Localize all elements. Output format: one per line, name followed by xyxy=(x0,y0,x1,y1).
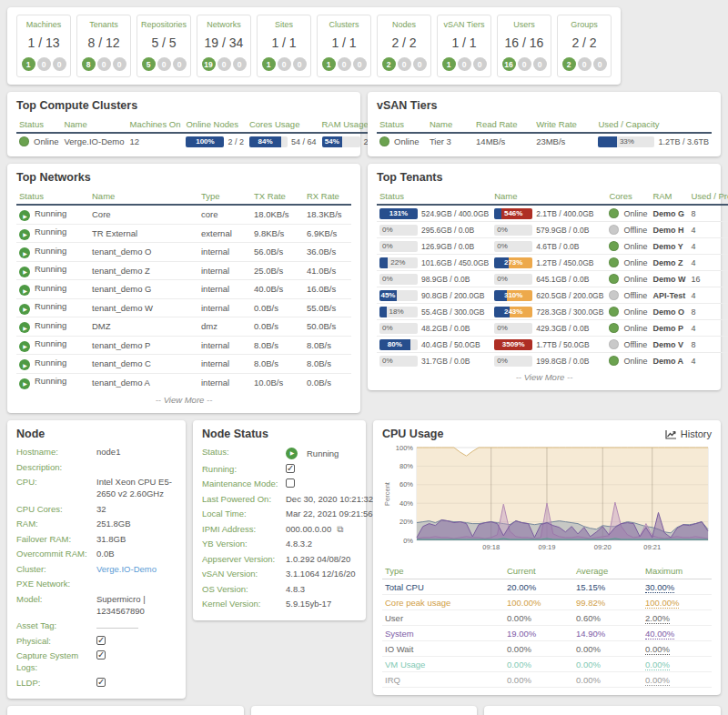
table-row[interactable]: IO Wait0.00%0.00%0.00% xyxy=(382,641,712,657)
count-badge[interactable]: 5 xyxy=(142,57,156,71)
stat-card-machines[interactable]: Machines1 / 13100 xyxy=(16,15,71,77)
count-badge[interactable]: 0 xyxy=(578,57,592,71)
table-row[interactable]: ▶Runningtenant_demo Cinternal8.0B/s8.0B/… xyxy=(16,355,351,374)
stat-card-networks[interactable]: Networks19 / 341900 xyxy=(197,15,251,77)
count-badge[interactable]: 0 xyxy=(293,57,307,71)
status-text: Running xyxy=(35,358,66,368)
tx-rate: 8.0B/s xyxy=(251,355,304,374)
table-row[interactable]: IRQ0.00%0.00%0.00% xyxy=(382,672,712,688)
count-badge[interactable]: 0 xyxy=(518,57,531,71)
table-row[interactable]: 18%55.4GB / 300.0GB243%728.3GB / 300.0GB… xyxy=(377,304,728,320)
network-name: tenant_demo O xyxy=(89,243,198,262)
count-badge[interactable]: 19 xyxy=(202,57,216,71)
count-badge[interactable]: 2 xyxy=(562,57,576,71)
status-badges: 1900 xyxy=(199,57,248,71)
history-label: History xyxy=(681,428,712,439)
view-more-link[interactable]: -- View More -- xyxy=(16,391,351,406)
field-row: CPU:Intel Xeon CPU E5-2650 v2 2.60GHz xyxy=(16,476,177,499)
table-row[interactable]: 45%90.8GB / 200.0GB310%620.5GB / 200.0GB… xyxy=(377,287,728,304)
checkbox-checked[interactable] xyxy=(286,464,295,473)
count-badge[interactable]: 1 xyxy=(22,57,35,71)
count-badge[interactable]: 8 xyxy=(82,57,96,71)
count-badge[interactable]: 0 xyxy=(157,57,171,71)
table-row[interactable]: ▶RunningCorecore18.0KB/s18.3KB/s xyxy=(16,205,351,224)
stat-card-vsan-tiers[interactable]: vSAN Tiers1 / 1100 xyxy=(437,15,491,77)
count-badge[interactable]: 0 xyxy=(233,57,247,71)
tenant-name: Demo Z xyxy=(650,255,688,271)
table-row[interactable]: ▶Runningtenant_demo Zinternal25.0B/s41.0… xyxy=(16,261,351,280)
count-badge[interactable]: 0 xyxy=(353,57,367,71)
tenant-name: Demo G xyxy=(650,205,688,222)
count-badge[interactable]: 1 xyxy=(262,57,276,71)
table-row[interactable]: System19.00%14.90%40.00% xyxy=(382,626,712,641)
table-row[interactable]: Online Tier 3 14MB/s 23MB/s 33%1.2TB / 3… xyxy=(377,133,712,149)
count-badge[interactable]: 16 xyxy=(502,57,516,71)
table-row[interactable]: 80%40.4GB / 50.0GB3509%1.7TB / 50.0GBOff… xyxy=(377,337,728,353)
field-label: Hostname: xyxy=(16,446,96,458)
column-header: Type xyxy=(198,189,251,205)
table-row[interactable]: 131%524.9GB / 400.0GB546%2.1TB / 400.0GB… xyxy=(377,205,728,222)
tenant-name: Demo W xyxy=(650,271,688,287)
stat-card-nodes[interactable]: Nodes2 / 2200 xyxy=(377,15,431,77)
table-row[interactable]: VM Usage0.00%0.00%0.00% xyxy=(382,657,712,672)
bar-cell: 0%126.9GB / 0.0B xyxy=(379,241,489,252)
table-row[interactable]: 0%31.7GB / 0.0B0%199.8GB / 0.0BOnlineDem… xyxy=(377,353,728,369)
table-row[interactable]: 0%98.9GB / 0.0B0%645.1GB / 0.0BOnlineDem… xyxy=(377,271,728,287)
vsan-tiers-panel: vSAN Tiers Status Name Read Rate Write R… xyxy=(368,92,721,156)
count-badge[interactable]: 1 xyxy=(322,57,336,71)
count-badge[interactable]: 0 xyxy=(173,57,187,71)
bar-label: 0% xyxy=(382,274,393,285)
count-badge[interactable]: 0 xyxy=(473,57,487,71)
table-row[interactable]: Core peak usage100.00%99.82%100.00% xyxy=(382,595,712,610)
count-badge[interactable]: 0 xyxy=(97,57,111,71)
bar-segment xyxy=(598,136,616,147)
count-badge[interactable]: 0 xyxy=(593,57,607,71)
table-row[interactable]: User0.00%0.60%2.00% xyxy=(382,610,712,626)
history-button[interactable]: History xyxy=(665,428,712,439)
count-badge[interactable]: 0 xyxy=(37,57,51,71)
stat-label: Sites xyxy=(259,20,308,29)
field-label: OS Version: xyxy=(202,583,286,595)
column-header: Status xyxy=(377,189,491,205)
stat-card-sites[interactable]: Sites1 / 1100 xyxy=(257,15,311,77)
tenant-status: Online xyxy=(606,304,650,320)
count-badge[interactable]: 1 xyxy=(442,57,456,71)
field-link[interactable]: Verge.IO-Demo xyxy=(96,564,157,574)
table-row[interactable]: ▶Runningtenant_demo Ainternal10.0B/s0.0B… xyxy=(16,373,351,391)
stat-card-users[interactable]: Users16 / 161600 xyxy=(497,15,551,77)
count-badge[interactable]: 0 xyxy=(533,57,547,71)
count-badge[interactable]: 2 xyxy=(382,57,396,71)
table-row[interactable]: 0%48.2GB / 0.0B0%429.3GB / 0.0BOnlineDem… xyxy=(377,320,728,337)
table-row[interactable]: 0%295.6GB / 0.0B0%579.9GB / 0.0BOfflineD… xyxy=(377,222,728,238)
stat-card-groups[interactable]: Groups2 / 2200 xyxy=(557,15,612,77)
checkbox-checked[interactable] xyxy=(96,678,106,687)
copy-icon[interactable]: ⧉ xyxy=(337,524,343,534)
count-badge[interactable]: 0 xyxy=(278,57,291,71)
table-row[interactable]: 0%126.9GB / 0.0B0%4.6TB / 0.0BOnlineDemo… xyxy=(377,238,728,255)
view-more-link[interactable]: -- View More -- xyxy=(377,368,712,383)
checkbox-checked[interactable] xyxy=(96,650,106,660)
stat-card-tenants[interactable]: Tenants8 / 12800 xyxy=(76,15,131,77)
table-row[interactable]: ▶Runningtenant_demo Ginternal40.0B/s16.0… xyxy=(16,280,351,299)
table-row[interactable]: ▶Runningtenant_demo Pinternal8.0B/s8.0B/… xyxy=(16,336,351,355)
stat-card-repositories[interactable]: Repositories5 / 5500 xyxy=(136,15,191,77)
running-icon: ▶ xyxy=(19,267,30,277)
table-row[interactable]: ▶RunningTR Externalexternal9.8KB/s6.9KB/… xyxy=(16,224,351,243)
status-online-icon xyxy=(609,356,619,366)
table-row[interactable]: ▶Runningtenant_demo Ointernal56.0B/s36.0… xyxy=(16,243,351,262)
table-row[interactable]: 22%101.6GB / 450.0GB273%1.2TB / 450.0GBO… xyxy=(377,255,728,271)
table-row[interactable]: ▶RunningDMZdmz0.0B/s50.0B/s xyxy=(16,317,351,337)
table-row[interactable]: Total CPU20.00%15.15%30.00% xyxy=(382,579,712,595)
checkbox-checked[interactable] xyxy=(96,636,106,645)
stat-card-clusters[interactable]: Clusters1 / 1100 xyxy=(317,15,371,77)
column-header: Used / Provisioned xyxy=(688,189,728,205)
count-badge[interactable]: 0 xyxy=(217,57,231,71)
count-badge[interactable]: 0 xyxy=(53,57,66,71)
checkbox-unchecked[interactable] xyxy=(286,478,295,488)
count-badge[interactable]: 0 xyxy=(413,57,427,71)
count-badge[interactable]: 0 xyxy=(113,57,126,71)
count-badge[interactable]: 0 xyxy=(458,57,471,71)
table-row[interactable]: ▶Runningtenant_demo Winternal0.0B/s55.0B… xyxy=(16,298,351,317)
count-badge[interactable]: 0 xyxy=(338,57,351,71)
count-badge[interactable]: 0 xyxy=(398,57,411,71)
